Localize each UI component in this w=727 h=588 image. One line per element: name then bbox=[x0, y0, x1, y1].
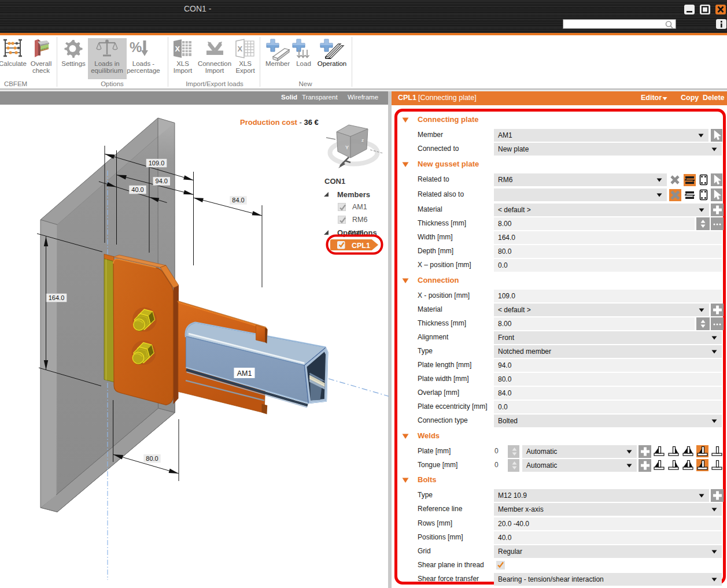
svg-text:X: X bbox=[175, 45, 180, 53]
svg-text:X: X bbox=[238, 45, 243, 53]
svg-text:109.0: 109.0 bbox=[149, 160, 165, 167]
svg-text:AM1: AM1 bbox=[237, 369, 252, 378]
svg-text:%: % bbox=[130, 39, 142, 55]
svg-text:Y: Y bbox=[345, 145, 349, 150]
svg-text:94.0: 94.0 bbox=[156, 177, 168, 184]
svg-text:164.0: 164.0 bbox=[49, 294, 65, 301]
svg-text:84.0: 84.0 bbox=[232, 197, 244, 204]
svg-text:CPL1: CPL1 bbox=[352, 242, 370, 250]
svg-text:40.0: 40.0 bbox=[131, 186, 143, 193]
svg-text:80.0: 80.0 bbox=[146, 455, 158, 462]
svg-text:z: z bbox=[361, 138, 364, 143]
